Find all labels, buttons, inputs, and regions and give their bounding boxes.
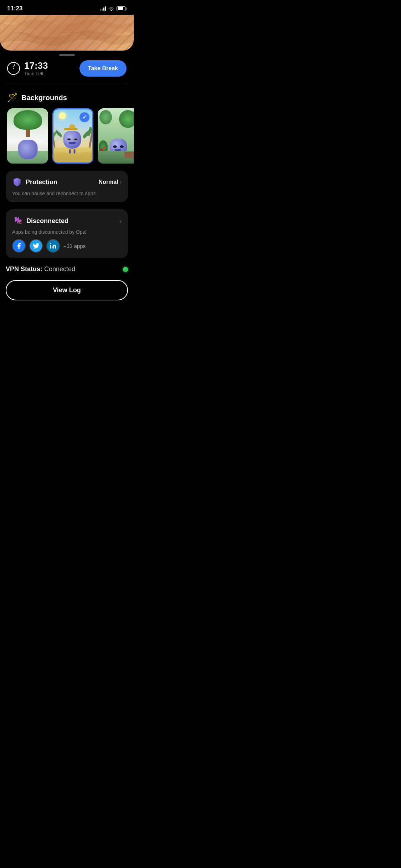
protection-title: Protection (26, 179, 57, 186)
view-log-button[interactable]: View Log (6, 280, 128, 300)
puzzle-icon (12, 216, 23, 226)
protection-right: Normal › (99, 179, 122, 185)
bg-card-beach[interactable]: ✓ (52, 108, 93, 164)
app-count: +33 apps (63, 243, 86, 249)
status-time: 11:23 (7, 5, 22, 12)
svg-point-0 (50, 243, 51, 244)
backgrounds-section-header: 🪄 Backgrounds (0, 84, 134, 108)
disconnected-card[interactable]: Disconnected › Apps being disconnected b… (6, 209, 128, 258)
timer-left: 17:33 Time Left (7, 61, 48, 76)
take-break-button[interactable]: Take Break (79, 60, 127, 77)
timer-info: 17:33 Time Left (24, 61, 48, 76)
background-cards: ✓ (0, 108, 134, 164)
backgrounds-title: Backgrounds (21, 94, 67, 102)
disconnected-left: Disconnected (12, 216, 68, 226)
wavy-background (0, 15, 134, 51)
backgrounds-icon: 🪄 (7, 93, 18, 103)
battery-icon (117, 6, 127, 11)
vpn-label-bold: VPN Status: (6, 265, 42, 273)
timer-label: Time Left (24, 71, 48, 76)
facebook-icon (12, 239, 26, 253)
wifi-icon (108, 6, 114, 11)
protection-header: Protection Normal › (12, 177, 122, 187)
timer-value: 17:33 (24, 61, 48, 70)
protection-left: Protection (12, 177, 57, 187)
status-icons (100, 6, 127, 11)
timer-icon (7, 62, 20, 75)
disconnected-chevron-icon: › (119, 217, 122, 225)
protection-card[interactable]: Protection Normal › You can pause and re… (6, 171, 128, 202)
selected-check: ✓ (79, 112, 89, 122)
drag-handle[interactable] (0, 51, 134, 59)
vpn-section: VPN Status: Connected (6, 265, 128, 273)
signal-icon (100, 6, 106, 11)
disconnected-header: Disconnected › (12, 216, 122, 226)
disconnected-title: Disconnected (26, 217, 68, 225)
shield-icon (12, 177, 22, 187)
vpn-label-normal: Connected (42, 265, 75, 273)
timer-section: 17:33 Time Left Take Break (0, 59, 134, 84)
chevron-right-icon: › (120, 179, 122, 185)
linkedin-icon (46, 239, 60, 253)
protection-level: Normal (99, 179, 118, 185)
bg-card-garden[interactable] (98, 108, 134, 164)
vpn-connected-indicator (123, 267, 128, 272)
twitter-icon (29, 239, 43, 253)
app-icons-row: +33 apps (12, 239, 122, 253)
vpn-label: VPN Status: Connected (6, 265, 75, 273)
disconnected-description: Apps being disconnected by Opal (12, 229, 122, 235)
bg-card-forest[interactable] (7, 108, 48, 164)
protection-description: You can pause and reconnect to apps (12, 190, 122, 196)
status-bar: 11:23 (0, 0, 134, 15)
